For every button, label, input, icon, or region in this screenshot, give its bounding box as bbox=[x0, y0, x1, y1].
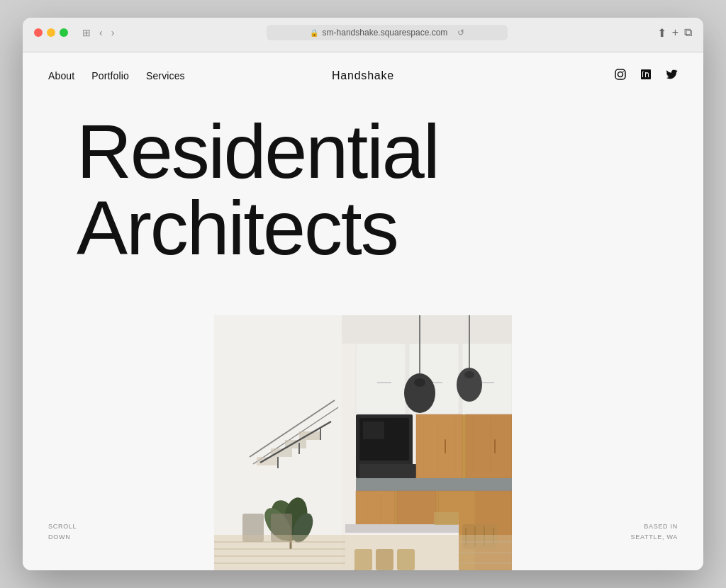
instagram-icon[interactable] bbox=[614, 68, 627, 84]
hero-text-block: Residential Architects bbox=[23, 113, 703, 266]
address-bar[interactable]: 🔒 sm-handshake.squarespace.com ↺ bbox=[267, 25, 508, 40]
share-icon[interactable]: ⬆ bbox=[657, 26, 666, 40]
svg-rect-59 bbox=[345, 524, 459, 533]
site-content: About Portfolio Services Handshake bbox=[23, 52, 703, 570]
duplicate-icon[interactable]: ⧉ bbox=[684, 26, 692, 39]
scroll-down-label: SCROLL DOWN bbox=[48, 521, 77, 542]
nav-about[interactable]: About bbox=[48, 70, 74, 81]
nav-portfolio[interactable]: Portfolio bbox=[91, 70, 129, 81]
twitter-icon[interactable] bbox=[665, 68, 678, 84]
site-nav: About Portfolio Services Handshake bbox=[23, 52, 703, 99]
svg-rect-38 bbox=[363, 422, 384, 439]
address-bar-wrapper: 🔒 sm-handshake.squarespace.com ↺ bbox=[125, 25, 648, 40]
svg-rect-65 bbox=[434, 512, 459, 525]
svg-rect-24 bbox=[356, 344, 406, 414]
linkedin-icon[interactable] bbox=[640, 68, 652, 84]
reload-icon[interactable]: ↺ bbox=[457, 28, 464, 38]
hero-image bbox=[214, 315, 512, 570]
lock-icon: 🔒 bbox=[310, 29, 318, 37]
svg-point-32 bbox=[414, 378, 425, 387]
hero-headline: Residential Architects bbox=[48, 113, 678, 266]
url-text: sm-handshake.squarespace.com bbox=[323, 28, 448, 38]
nav-center: Handshake bbox=[332, 69, 394, 82]
browser-navigation: ⊞ ‹ › bbox=[79, 26, 117, 40]
new-tab-icon[interactable]: + bbox=[672, 26, 678, 39]
scroll-line1: SCROLL bbox=[48, 521, 77, 531]
svg-rect-48 bbox=[445, 439, 446, 453]
browser-actions: ⬆ + ⧉ bbox=[657, 26, 692, 40]
based-in-label: BASED IN SEATTLE, WA bbox=[631, 521, 678, 542]
hero-section: Residential Architects bbox=[23, 99, 703, 570]
hero-line2: Architects bbox=[77, 190, 678, 266]
browser-window: ⊞ ‹ › 🔒 sm-handshake.squarespace.com ↺ ⬆… bbox=[23, 18, 703, 570]
nav-right bbox=[363, 68, 678, 84]
svg-point-1 bbox=[618, 72, 623, 77]
fullscreen-button[interactable] bbox=[60, 28, 68, 37]
nav-left: About Portfolio Services bbox=[48, 70, 363, 81]
close-button[interactable] bbox=[34, 28, 43, 37]
hero-line1: Residential bbox=[77, 113, 678, 190]
based-in-line2: SEATTLE, WA bbox=[631, 532, 678, 542]
nav-services[interactable]: Services bbox=[146, 70, 185, 81]
scroll-line2: DOWN bbox=[48, 532, 77, 542]
sidebar-toggle[interactable]: ⊞ bbox=[79, 26, 94, 40]
svg-rect-50 bbox=[356, 478, 512, 491]
svg-rect-39 bbox=[359, 464, 416, 478]
browser-chrome: ⊞ ‹ › 🔒 sm-handshake.squarespace.com ↺ ⬆… bbox=[23, 18, 703, 52]
minimize-button[interactable] bbox=[47, 28, 55, 37]
traffic-lights bbox=[34, 28, 68, 37]
svg-rect-0 bbox=[615, 69, 625, 79]
based-in-line1: BASED IN bbox=[631, 521, 678, 531]
svg-point-2 bbox=[622, 71, 624, 72]
svg-rect-49 bbox=[494, 439, 496, 453]
back-button[interactable]: ‹ bbox=[96, 26, 106, 40]
site-brand[interactable]: Handshake bbox=[332, 69, 394, 81]
svg-point-35 bbox=[464, 371, 474, 378]
forward-button[interactable]: › bbox=[108, 26, 118, 40]
